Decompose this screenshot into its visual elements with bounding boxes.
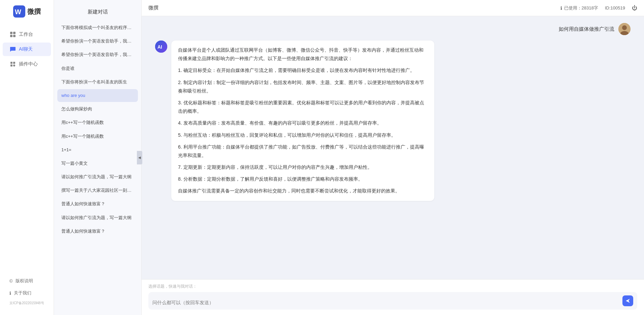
history-item[interactable]: 希望你扮演一个英语发音助手，我提供给你...	[57, 35, 138, 48]
topbar-title: 微撰	[148, 5, 158, 11]
sidebar-item-ai-chat[interactable]: AI聊天	[3, 43, 51, 56]
svg-point-9	[13, 64, 15, 67]
ai-avatar: AI	[155, 41, 167, 53]
history-item[interactable]: 下面你将模拟成一个叫圣友的程序员，我说...	[57, 21, 138, 34]
main-area: 微撰 ℹ 已使用：28318字 ID:100519 ⏻ 如何用自媒体做推广引流	[142, 0, 644, 315]
plugin-icon	[9, 61, 16, 68]
new-chat-button[interactable]: 新建对话	[84, 7, 112, 17]
svg-text:AI: AI	[157, 44, 162, 50]
history-item[interactable]: 下面你将扮演一个名叫圣友的医生	[57, 76, 138, 88]
app-title: 微撰	[27, 7, 41, 16]
history-item[interactable]: 普通人如何快速致富？	[57, 198, 138, 210]
about-label: 关于我们	[14, 290, 31, 296]
user-question: 如何用自媒体做推广引流	[559, 23, 631, 35]
history-list: 下面你将模拟成一个叫圣友的程序员，我说... 希望你扮演一个英语发音助手，我提供…	[54, 21, 141, 315]
ai-para-2: 2. 制定内容计划：制定一份详细的内容计划，包括发布时间、频率、主题、文案、图片…	[178, 78, 428, 95]
history-item[interactable]: 用c++写一个随机函数	[57, 130, 138, 143]
quick-topics-label: 选择话题，快速与我对话：	[148, 284, 637, 289]
history-item[interactable]: 请以如何推广引流为题，写一篇大纲	[57, 170, 138, 183]
about-icon: ℹ	[9, 291, 11, 296]
user-question-text: 如何用自媒体做推广引流	[559, 26, 614, 32]
workbench-icon	[9, 31, 16, 38]
user-id-label: ID:100519	[605, 5, 625, 10]
ai-message-bubble: 自媒体平台是个人或团队通过互联网平台（如博客、微博、微信公众号、抖音、快手等）发…	[171, 41, 434, 201]
sidebar-bottom: © 版权说明 ℹ 关于我们 京ICP备2022015948号	[0, 275, 54, 310]
usage-label: 已使用：28318字	[564, 5, 598, 11]
logout-icon[interactable]: ⏻	[632, 5, 637, 11]
sidebar: W 微撰 工作台 AI聊天	[0, 0, 54, 315]
topbar-right: ℹ 已使用：28318字 ID:100519 ⏻	[560, 5, 637, 11]
svg-text:W: W	[15, 8, 21, 16]
sidebar-item-workbench[interactable]: 工作台	[3, 28, 51, 41]
history-item[interactable]: 请以如何推广引流为题，写一篇大纲	[57, 211, 138, 224]
svg-rect-2	[10, 32, 12, 34]
history-item[interactable]: 你是谁	[57, 62, 138, 75]
ai-para-9: 自媒体推广引流需要具备一定的内容创作和社交能力，同时也需要不断尝试和优化，才能取…	[178, 187, 428, 195]
history-item[interactable]: 用c++写一个随机函数	[57, 116, 138, 129]
ai-para-6: 6. 利用平台推广功能：自媒体平台都提供了推广功能，如广告投放、付费推广等，可以…	[178, 143, 428, 160]
history-item[interactable]: 普通人如何快速致富？	[57, 225, 138, 238]
svg-point-11	[622, 25, 627, 30]
svg-rect-7	[13, 62, 15, 64]
sidebar-item-plugin[interactable]: 插件中心	[3, 57, 51, 71]
user-message-row: 如何用自媒体做推广引流	[155, 23, 631, 35]
send-button[interactable]	[622, 295, 633, 306]
ai-message-row: AI 自媒体平台是个人或团队通过互联网平台（如博客、微博、微信公众号、抖音、快手…	[155, 41, 631, 201]
user-avatar	[618, 23, 631, 35]
ai-chat-icon	[9, 46, 16, 53]
svg-rect-6	[10, 62, 12, 64]
history-item-active[interactable]: who are you	[57, 89, 138, 102]
history-item[interactable]: 撰写一篇关于八大家花园社区一刻钟便民生...	[57, 184, 138, 197]
usage-icon: ℹ	[560, 5, 562, 11]
chat-history-header: 新建对话	[54, 0, 141, 21]
ai-para-1: 1. 确定目标受众：在开始自媒体推广引流之前，需要明确目标受众是谁，以便在发布内…	[178, 66, 428, 75]
ai-para-5: 5. 与粉丝互动：积极与粉丝互动，回复评论和私信，可以增加用户对你的认可和信任，…	[178, 131, 428, 139]
copyright-label: 版权说明	[16, 278, 33, 284]
ai-para-8: 8. 分析数据：定期分析数据，了解用户反馈和喜好，以便调整推广策略和内容发布频率…	[178, 175, 428, 183]
ai-para-3: 3. 优化标题和标签：标题和标签是吸引粉丝的重要因素。优化标题和标签可以让更多的…	[178, 99, 428, 115]
chat-input[interactable]	[152, 299, 620, 306]
history-item[interactable]: 怎么做狗屎炒肉	[57, 103, 138, 115]
svg-rect-5	[13, 35, 16, 37]
top-bar: 微撰 ℹ 已使用：28318字 ID:100519 ⏻	[142, 0, 644, 16]
collapse-panel-button[interactable]: ◀	[137, 151, 142, 164]
logo-area: W 微撰	[10, 5, 44, 18]
input-box	[148, 292, 637, 310]
plugin-label: 插件中心	[19, 61, 38, 67]
history-item[interactable]: 1+1=	[57, 143, 138, 156]
ai-para-0: 自媒体平台是个人或团队通过互联网平台（如博客、微博、微信公众号、抖音、快手等）发…	[178, 46, 428, 63]
svg-rect-3	[13, 32, 16, 34]
ai-chat-label: AI聊天	[19, 46, 33, 52]
history-item[interactable]: 希望你扮演一个英语发音助手，我提供给你...	[57, 48, 138, 61]
workbench-label: 工作台	[19, 31, 33, 37]
history-item[interactable]: 写一篇小黄文	[57, 157, 138, 170]
svg-rect-4	[10, 35, 12, 37]
ai-para-7: 7. 定期更新：定期更新内容，保持活跃度，可以让用户对你的内容产生兴趣，增加用户…	[178, 163, 428, 172]
copyright-icon: ©	[9, 279, 13, 284]
ai-para-4: 4. 发布高质量内容：发布高质量、有价值、有趣的内容可以吸引更多的粉丝，并提高用…	[178, 119, 428, 127]
send-icon	[625, 298, 631, 304]
input-area: 选择话题，快速与我对话：	[142, 279, 644, 315]
chat-history-panel: 新建对话 下面你将模拟成一个叫圣友的程序员，我说... 希望你扮演一个英语发音助…	[54, 0, 142, 315]
chat-messages: 如何用自媒体做推广引流	[142, 16, 644, 279]
sidebar-item-copyright[interactable]: © 版权说明	[3, 275, 51, 287]
usage-info: ℹ 已使用：28318字	[560, 5, 598, 11]
sidebar-item-about[interactable]: ℹ 关于我们	[3, 287, 51, 299]
logo-icon: W	[13, 5, 25, 18]
svg-rect-8	[10, 64, 12, 67]
icp-text: 京ICP备2022015948号	[0, 299, 54, 307]
nav-items: 工作台 AI聊天 插件中心	[0, 28, 54, 275]
